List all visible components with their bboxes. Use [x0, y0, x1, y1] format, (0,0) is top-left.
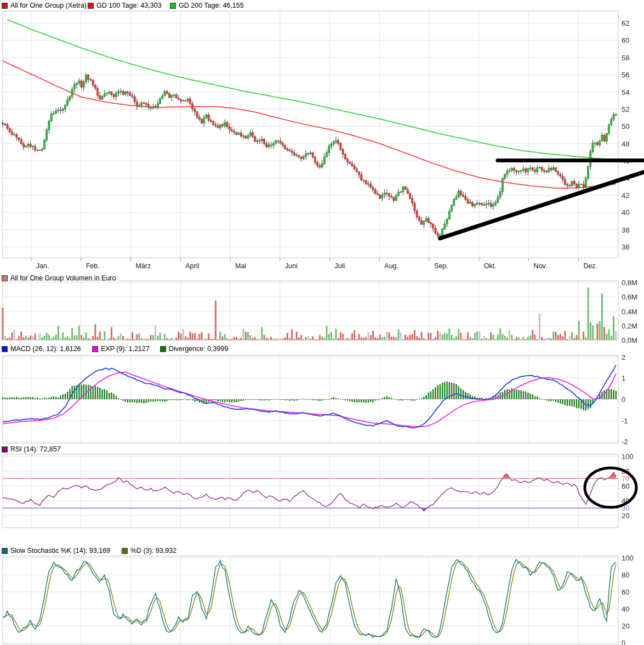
- svg-text:1: 1: [622, 374, 625, 382]
- chart-page: 62605856545250484644424038360,8M0,6M0,4M…: [0, 0, 644, 645]
- legend-label: RSI (14): 72,857: [10, 445, 61, 453]
- price-panel: [2, 20, 617, 239]
- stoch-d-color-swatch: [122, 548, 128, 554]
- svg-text:Mai: Mai: [235, 262, 246, 270]
- stochastic-legend: Slow Stochastic %K (14): 93,169 %D (3): …: [0, 547, 644, 555]
- legend-volume: All for One Group Volumen in Euro: [2, 274, 116, 282]
- svg-text:0: 0: [622, 395, 625, 404]
- svg-text:80: 80: [622, 571, 629, 579]
- legend-label: GD 100 Tage: 43,303: [96, 2, 162, 9]
- svg-text:Aug.: Aug.: [384, 262, 398, 270]
- volume-legend: All for One Group Volumen in Euro: [0, 274, 644, 282]
- legend-macd: MACD (26, 12): 1,6126: [2, 345, 81, 353]
- rsi-panel: [3, 454, 618, 528]
- macd-panel: [2, 365, 617, 428]
- svg-text:100: 100: [622, 554, 634, 562]
- legend-gd100: GD 100 Tage: 43,303: [88, 2, 162, 9]
- legend-gd200: GD 200 Tage: 46,155: [170, 2, 244, 9]
- macd-legend: MACD (26, 12): 1,6126 EXP (9): 1,2127 Di…: [0, 345, 644, 353]
- legend-rsi: RSI (14): 72,857: [2, 445, 61, 453]
- svg-text:0,6M: 0,6M: [622, 293, 637, 301]
- svg-text:58: 58: [622, 54, 629, 62]
- svg-text:20: 20: [622, 622, 629, 630]
- svg-text:0,0M: 0,0M: [622, 336, 637, 344]
- svg-text:60: 60: [622, 36, 629, 44]
- svg-text:52: 52: [622, 105, 629, 114]
- svg-text:50: 50: [622, 122, 629, 131]
- legend-stoch-d: %D (3): 93,932: [122, 547, 176, 555]
- svg-text:Sep.: Sep.: [434, 262, 448, 270]
- svg-text:Jan.: Jan.: [36, 262, 49, 270]
- rsi-legend: RSI (14): 72,857: [0, 445, 644, 453]
- svg-text:0: 0: [622, 639, 625, 645]
- svg-text:20: 20: [622, 512, 629, 520]
- svg-text:Feb.: Feb.: [86, 262, 100, 270]
- rsi-color-swatch: [2, 446, 8, 452]
- svg-text:56: 56: [622, 71, 629, 79]
- legend-label: EXP (9): 1,2127: [101, 345, 150, 353]
- svg-text:April: April: [185, 262, 199, 270]
- svg-text:40: 40: [622, 605, 629, 613]
- svg-text:36: 36: [622, 243, 629, 251]
- legend-stoch-k: Slow Stochastic %K (14): 93,169: [2, 547, 110, 555]
- gd200-color-swatch: [170, 3, 176, 9]
- svg-text:54: 54: [622, 88, 629, 97]
- svg-text:Nov.: Nov.: [534, 262, 548, 270]
- svg-text:62: 62: [622, 19, 629, 27]
- svg-text:60: 60: [622, 482, 629, 490]
- volume-panel: [2, 287, 617, 340]
- svg-text:-1: -1: [622, 417, 628, 425]
- svg-text:0,2M: 0,2M: [622, 322, 637, 330]
- svg-text:Juni: Juni: [285, 262, 298, 270]
- legend-label: MACD (26, 12): 1,6126: [10, 345, 81, 353]
- legend-label: All for One Group (Xetra): [10, 2, 87, 9]
- legend-label: All for One Group Volumen in Euro: [10, 274, 116, 282]
- svg-text:38: 38: [622, 226, 629, 234]
- svg-text:März: März: [135, 262, 151, 270]
- svg-text:2: 2: [622, 353, 625, 361]
- price-legend: All for One Group (Xetra) GD 100 Tage: 4…: [0, 2, 644, 9]
- stoch-k-color-swatch: [2, 548, 8, 554]
- svg-text:Okt.: Okt.: [484, 262, 497, 270]
- volume-color-swatch: [2, 275, 8, 281]
- exp-color-swatch: [92, 346, 98, 352]
- series-color-swatch: [2, 3, 8, 9]
- legend-series-main: All for One Group (Xetra): [2, 2, 87, 9]
- svg-text:48: 48: [622, 140, 629, 148]
- legend-label: GD 200 Tage: 46,155: [179, 2, 244, 9]
- divergence-color-swatch: [160, 346, 166, 352]
- svg-text:Dez.: Dez.: [583, 262, 597, 270]
- macd-color-swatch: [2, 346, 8, 352]
- svg-text:40: 40: [622, 208, 629, 217]
- legend-divergence: Divergence: 0,3999: [160, 345, 228, 353]
- gd100-color-swatch: [88, 3, 94, 9]
- svg-text:100: 100: [622, 452, 634, 461]
- svg-text:0,4M: 0,4M: [622, 308, 637, 316]
- svg-text:42: 42: [622, 191, 629, 200]
- legend-label: Divergence: 0,3999: [169, 345, 228, 353]
- svg-text:60: 60: [622, 588, 629, 596]
- legend-label: Slow Stochastic %K (14): 93,169: [10, 547, 110, 555]
- legend-exp: EXP (9): 1,2127: [92, 345, 150, 353]
- legend-label: %D (3): 93,932: [130, 547, 176, 555]
- svg-text:Juli: Juli: [335, 262, 345, 270]
